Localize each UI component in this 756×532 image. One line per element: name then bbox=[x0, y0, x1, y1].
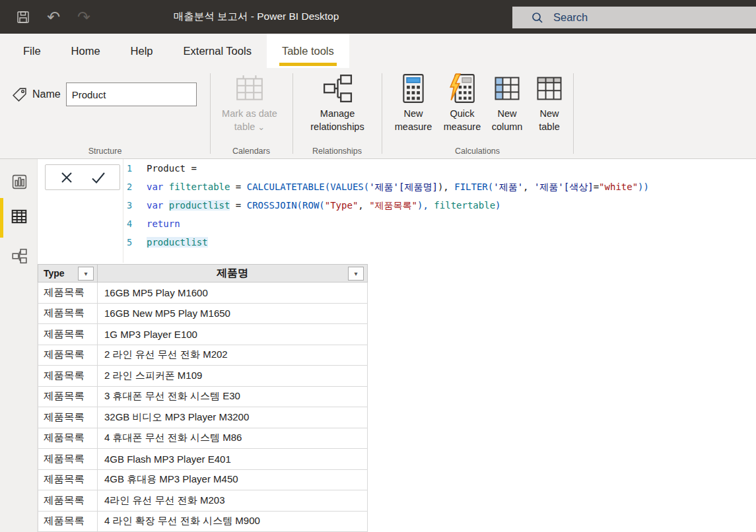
cell-text: 제품목록 bbox=[44, 327, 85, 341]
cell-product-name[interactable]: 4라인 유선 무선 전화 M203 bbox=[98, 490, 367, 511]
cell-product-name[interactable]: 2 라인 유선 무선 전화 M202 bbox=[98, 345, 367, 366]
code-token: productlist bbox=[147, 237, 208, 248]
check-icon bbox=[90, 170, 107, 185]
cell-text: 제품목록 bbox=[44, 473, 85, 486]
tab-home[interactable]: Home bbox=[56, 34, 116, 68]
cell-type[interactable]: 제품목록 bbox=[38, 387, 98, 407]
cell-text: 32GB 비디오 MP3 Player M3200 bbox=[104, 411, 249, 424]
report-view-button[interactable] bbox=[11, 173, 28, 190]
tab-table-tools[interactable]: Table tools bbox=[267, 34, 349, 68]
code-token: = bbox=[594, 182, 599, 192]
table-row[interactable]: 제품목록32GB 비디오 MP3 Player M3200 bbox=[38, 407, 368, 428]
code-token: '제품'[제품명] bbox=[369, 182, 438, 193]
code-line-5[interactable]: 5productlist bbox=[123, 237, 756, 255]
code-token: "제품목록" bbox=[369, 200, 417, 212]
cell-type[interactable]: 제품목록 bbox=[38, 366, 98, 386]
manage-relationships-button[interactable]: Manage relationships bbox=[302, 73, 373, 133]
dax-editor[interactable]: 1Product =2var filtertable = CALCULATETA… bbox=[123, 159, 756, 263]
cell-product-name[interactable]: 4 라인 확장 무선 전화 시스템 M900 bbox=[98, 512, 367, 532]
cell-type[interactable]: 제품목록 bbox=[38, 345, 98, 366]
code-token: '제품'[색상] bbox=[534, 182, 594, 193]
tab-file[interactable]: File bbox=[8, 34, 56, 68]
ribbon-tabs: FileHomeHelpExternal ToolsTable tools bbox=[0, 34, 756, 68]
table-row[interactable]: 제품목록16GB New MP5 Play M1650 bbox=[38, 304, 368, 325]
cell-product-name[interactable]: 4GB 휴대용 MP3 Player M450 bbox=[98, 470, 367, 490]
line-number: 1 bbox=[127, 163, 139, 174]
cell-type[interactable]: 제품목록 bbox=[38, 428, 98, 449]
cell-type[interactable]: 제품목록 bbox=[38, 324, 98, 345]
cell-type[interactable]: 제품목록 bbox=[38, 512, 98, 532]
line-number: 4 bbox=[127, 218, 139, 229]
mark-as-date-table-button: Mark as date table ⌄ bbox=[215, 73, 284, 133]
code-token: ), bbox=[438, 182, 454, 192]
new-measure-button[interactable]: New measure bbox=[390, 73, 437, 133]
group-label-structure: Structure bbox=[0, 147, 210, 156]
table-row[interactable]: 제품목록4GB 휴대용 MP3 Player M450 bbox=[38, 470, 368, 491]
cell-product-name[interactable]: 32GB 비디오 MP3 Player M3200 bbox=[98, 407, 367, 428]
cell-text: 제품목록 bbox=[44, 452, 85, 466]
titlebar: ↶ ↷ 매출분석 보고서 - Power BI Desktop Search bbox=[0, 0, 756, 34]
model-view-button[interactable] bbox=[11, 248, 28, 265]
cell-product-name[interactable]: 1G MP3 Player E100 bbox=[98, 324, 367, 345]
column-header-product-name[interactable]: 제품명 ▾ bbox=[98, 265, 367, 282]
calculator-icon bbox=[399, 73, 428, 104]
tab-label: Table tools bbox=[282, 45, 334, 57]
cell-product-name[interactable]: 3 휴대폰 무선 전화 시스템 E30 bbox=[98, 387, 367, 407]
cell-product-name[interactable]: 16GB MP5 Play M1600 bbox=[98, 283, 367, 303]
code-line-4[interactable]: 4return bbox=[123, 218, 756, 237]
search-input[interactable]: Search bbox=[512, 7, 756, 28]
search-placeholder: Search bbox=[553, 11, 588, 24]
cell-text: 제품목록 bbox=[44, 514, 85, 528]
cell-type[interactable]: 제품목록 bbox=[38, 283, 98, 303]
code-line-3[interactable]: 3var productlist = CROSSJOIN(ROW("Type",… bbox=[123, 200, 756, 218]
cell-text: 4GB Flash MP3 Player E401 bbox=[104, 453, 231, 465]
type-filter-dropdown[interactable]: ▾ bbox=[78, 267, 94, 281]
code-token: "white" bbox=[599, 182, 638, 192]
cell-type[interactable]: 제품목록 bbox=[38, 490, 98, 511]
code-token: VALUES( bbox=[330, 182, 369, 192]
code-line-2[interactable]: 2var filtertable = CALCULATETABLE(VALUES… bbox=[123, 182, 756, 200]
cell-type[interactable]: 제품목록 bbox=[38, 470, 98, 490]
tab-label: Help bbox=[131, 45, 153, 57]
name-input[interactable] bbox=[66, 83, 197, 106]
quick-measure-button[interactable]: Quick measure bbox=[437, 73, 487, 133]
data-view-button[interactable] bbox=[11, 208, 28, 225]
calendar-icon bbox=[234, 73, 265, 104]
data-table: Type ▾ 제품명 ▾ 제품목록16GB MP5 Play M1600제품목록… bbox=[38, 264, 368, 532]
cell-text: 제품목록 bbox=[44, 431, 85, 445]
ribbon: Name Structure Mark as date table ⌄ Cale… bbox=[0, 68, 756, 159]
table-row[interactable]: 제품목록2 라인 유선 무선 전화 M202 bbox=[38, 345, 368, 366]
cell-text: 4GB 휴대용 MP3 Player M450 bbox=[104, 473, 238, 486]
commit-formula-button[interactable] bbox=[88, 168, 108, 187]
code-token: ), bbox=[417, 200, 434, 211]
table-row[interactable]: 제품목록3 휴대폰 무선 전화 시스템 E30 bbox=[38, 387, 368, 408]
code-line-1[interactable]: 1Product = bbox=[123, 163, 756, 182]
cell-text: 제품목록 bbox=[44, 411, 85, 424]
table-row[interactable]: 제품목록2 라인 스피커폰 M109 bbox=[38, 366, 368, 387]
cancel-formula-button[interactable] bbox=[57, 168, 77, 187]
column-header-type[interactable]: Type ▾ bbox=[38, 265, 98, 282]
cell-product-name[interactable]: 16GB New MP5 Play M1650 bbox=[98, 304, 367, 324]
table-row[interactable]: 제품목록16GB MP5 Play M1600 bbox=[38, 283, 368, 304]
cell-type[interactable]: 제품목록 bbox=[38, 407, 98, 428]
table-row[interactable]: 제품목록4라인 유선 무선 전화 M203 bbox=[38, 490, 368, 512]
cell-product-name[interactable]: 4GB Flash MP3 Player E401 bbox=[98, 449, 367, 469]
tab-external-tools[interactable]: External Tools bbox=[168, 34, 267, 68]
table-row[interactable]: 제품목록4 라인 확장 무선 전화 시스템 M900 bbox=[38, 512, 368, 532]
cell-text: 4 휴대폰 무선 전화 시스템 M86 bbox=[104, 432, 242, 444]
product-name-filter-dropdown[interactable]: ▾ bbox=[348, 267, 364, 281]
table-row[interactable]: 제품목록1G MP3 Player E100 bbox=[38, 324, 368, 345]
table-row[interactable]: 제품목록4GB Flash MP3 Player E401 bbox=[38, 449, 368, 470]
cell-type[interactable]: 제품목록 bbox=[38, 304, 98, 324]
cell-type[interactable]: 제품목록 bbox=[38, 449, 98, 469]
table-row[interactable]: 제품목록4 휴대폰 무선 전화 시스템 M86 bbox=[38, 428, 368, 449]
cell-product-name[interactable]: 4 휴대폰 무선 전화 시스템 M86 bbox=[98, 428, 367, 449]
table-column-icon bbox=[492, 73, 522, 104]
new-table-icon-button[interactable]: New table bbox=[530, 73, 569, 133]
tab-label: External Tools bbox=[184, 45, 252, 57]
table-header-row: Type ▾ 제품명 ▾ bbox=[38, 264, 368, 283]
cell-product-name[interactable]: 2 라인 스피커폰 M109 bbox=[98, 366, 367, 386]
new-column-button[interactable]: New column bbox=[485, 73, 530, 133]
tab-help[interactable]: Help bbox=[116, 34, 168, 68]
ribbon-divider bbox=[292, 73, 293, 154]
